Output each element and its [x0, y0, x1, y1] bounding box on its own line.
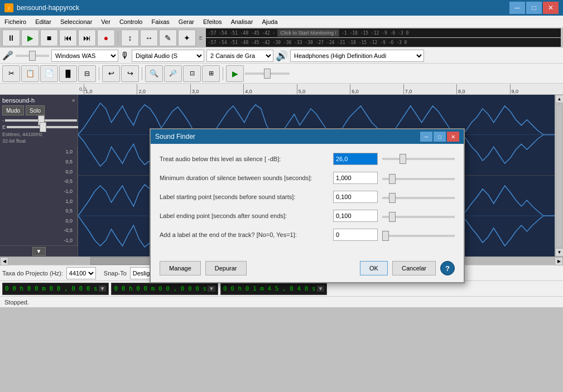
dialog-footer: Manage Depurar OK Cancelar ?: [151, 257, 464, 282]
dialog-row-3: Label ending point [seconds after sound …: [160, 210, 455, 222]
help-button[interactable]: ?: [440, 261, 455, 275]
dialog-label-0: Treat audio below this level as silence …: [160, 156, 333, 162]
ok-button[interactable]: OK: [360, 261, 388, 275]
dialog-slider-3[interactable]: [382, 216, 455, 218]
dialog-input-3[interactable]: [333, 210, 378, 222]
dialog-slider-1[interactable]: [382, 178, 455, 180]
dialog-close-button[interactable]: ✕: [447, 132, 459, 142]
dialog-slider-track-0[interactable]: [382, 158, 455, 160]
debug-button[interactable]: Depurar: [205, 261, 247, 275]
dialog-body: Treat audio below this level as silence …: [151, 144, 464, 257]
dialog-input-2[interactable]: [333, 191, 378, 203]
dialog-input-4[interactable]: [333, 229, 378, 241]
dialog-label-4: Add a label at the end of the track? [No…: [160, 231, 333, 238]
dialog-input-1[interactable]: [333, 172, 378, 184]
dialog-slider-4[interactable]: [382, 235, 455, 237]
dialog-row-4: Add a label at the end of the track? [No…: [160, 229, 455, 241]
dialog-title-text: Sound Finder: [155, 133, 195, 141]
dialog-slider-track-2[interactable]: [382, 193, 455, 200]
dialog-slider-track-1[interactable]: [382, 175, 455, 181]
dialog-label-2: Label starting point [seconds before sou…: [160, 193, 333, 200]
dialog-title-bar: Sound Finder ─ □ ✕: [151, 129, 464, 144]
dialog-slider-2[interactable]: [382, 197, 455, 199]
dialog-minimize-button[interactable]: ─: [420, 132, 432, 142]
sound-finder-dialog: Sound Finder ─ □ ✕ Treat audio below thi…: [150, 128, 465, 283]
dialog-slider-0[interactable]: [382, 158, 455, 160]
dialog-row-1: Minimum duration of silence between soun…: [160, 172, 455, 184]
dialog-input-0[interactable]: [333, 153, 378, 165]
dialog-label-3: Label ending point [seconds after sound …: [160, 212, 333, 219]
dialog-row-0: Treat audio below this level as silence …: [160, 153, 455, 165]
cancel-button[interactable]: Cancelar: [392, 261, 436, 275]
dialog-row-2: Label starting point [seconds before sou…: [160, 191, 455, 203]
dialog-overlay: Sound Finder ─ □ ✕ Treat audio below thi…: [0, 0, 563, 392]
dialog-slider-track-4[interactable]: [382, 231, 455, 238]
dialog-maximize-button[interactable]: □: [434, 132, 446, 142]
dialog-slider-track-3[interactable]: [382, 212, 455, 219]
manage-button[interactable]: Manage: [160, 261, 201, 275]
dialog-label-1: Minimum duration of silence between soun…: [160, 175, 333, 181]
